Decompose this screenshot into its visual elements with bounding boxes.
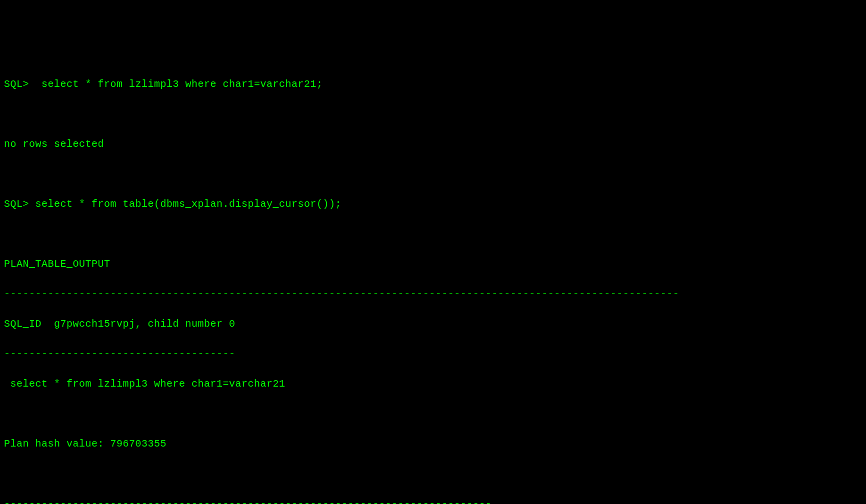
sql-prompt-line-2: SQL> select * from table(dbms_xplan.disp…: [4, 197, 862, 212]
separator-line: ----------------------------------------…: [4, 287, 862, 302]
separator-line: -------------------------------------: [4, 347, 862, 362]
blank-line: [4, 107, 862, 122]
plan-table-output-header: PLAN_TABLE_OUTPUT: [4, 257, 862, 272]
blank-line: [4, 467, 862, 482]
plan-hash-line: Plan hash value: 796703355: [4, 437, 862, 452]
terminal-output: SQL> select * from lzlimpl3 where char1=…: [4, 62, 862, 504]
blank-line: [4, 407, 862, 422]
blank-line: [4, 167, 862, 182]
table-border-line: ----------------------------------------…: [4, 497, 862, 504]
query-text-line: select * from lzlimpl3 where char1=varch…: [4, 377, 862, 392]
sql-id-line: SQL_ID g7pwcch15rvpj, child number 0: [4, 317, 862, 332]
blank-line: [4, 227, 862, 242]
sql-prompt-line-1: SQL> select * from lzlimpl3 where char1=…: [4, 77, 862, 92]
result-no-rows: no rows selected: [4, 137, 862, 152]
